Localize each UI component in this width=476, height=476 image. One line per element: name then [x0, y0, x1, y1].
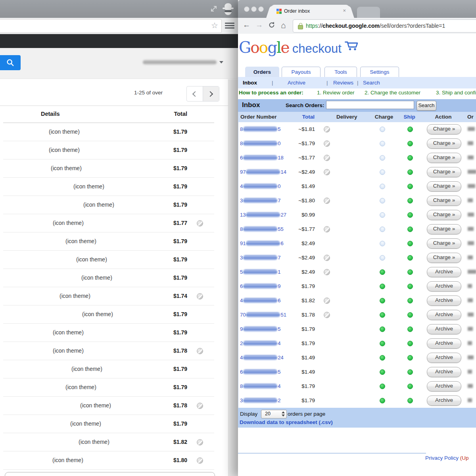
archive-button[interactable]: Archive — [427, 296, 461, 306]
charge-button[interactable]: Charge » — [427, 181, 461, 192]
nav-tab-tools[interactable]: Tools — [324, 67, 357, 77]
list-item[interactable]: (icon theme)$1.79 — [0, 123, 228, 141]
nav-tab-orders[interactable]: Orders — [245, 67, 279, 77]
archive-button[interactable]: Archive — [427, 281, 461, 292]
search-button[interactable] — [0, 55, 21, 70]
charge-button[interactable]: Charge » — [427, 210, 461, 220]
list-item[interactable]: (icon theme)$1.79 — [0, 196, 228, 214]
order-number-link[interactable]: 618 — [240, 155, 284, 161]
order-number-link[interactable]: 46 — [240, 298, 280, 303]
charge-button[interactable]: Charge » — [427, 153, 461, 163]
home-icon[interactable]: ⌂ — [281, 21, 286, 30]
window-close-button[interactable] — [244, 6, 250, 12]
subnav-item-reviews[interactable]: Reviews — [333, 80, 353, 86]
menu-icon[interactable] — [225, 23, 234, 30]
list-item[interactable]: (icon theme)$1.78 — [0, 342, 228, 360]
archive-button[interactable]: Archive — [427, 395, 461, 406]
list-item[interactable]: (icon theme)$1.79 — [0, 269, 228, 287]
charge-button[interactable]: Charge » — [427, 138, 461, 149]
order-number-link[interactable]: 40 — [240, 183, 280, 189]
account-name-redacted[interactable] — [143, 60, 217, 65]
charge-pending-icon — [380, 212, 385, 218]
order-number-link[interactable]: 424 — [240, 355, 284, 361]
next-page-button[interactable] — [203, 86, 219, 101]
download-csv-link[interactable]: Download data to spreadsheet (.csv) — [240, 419, 333, 425]
privacy-policy-link[interactable]: Privacy Policy — [425, 455, 459, 461]
nav-tab-settings[interactable]: Settings — [360, 67, 399, 77]
scrollbar-track[interactable] — [228, 79, 238, 476]
column-header-action: Action — [426, 114, 460, 120]
address-input[interactable]: https://checkout.google.com/sell/orders?… — [293, 19, 476, 33]
list-item[interactable]: (icon theme)$1.74 — [0, 287, 228, 305]
per-page-select[interactable]: 20 — [261, 410, 287, 418]
archive-button[interactable]: Archive — [427, 367, 461, 377]
archive-button[interactable]: Archive — [427, 353, 461, 363]
bookmark-star-icon[interactable]: ☆ — [211, 21, 218, 30]
order-number-link[interactable]: 32 — [240, 397, 280, 403]
order-number-link[interactable]: 855 — [240, 226, 284, 232]
archive-button[interactable]: Archive — [427, 381, 461, 392]
order-number-link[interactable]: 80 — [240, 140, 280, 146]
order-number-link[interactable]: 65 — [240, 369, 280, 375]
charge-button[interactable]: Charge » — [427, 238, 461, 249]
archive-button[interactable]: Archive — [427, 338, 461, 349]
search-orders-input[interactable] — [326, 101, 414, 109]
https-lock-icon[interactable] — [298, 25, 303, 29]
tab-close-icon[interactable]: × — [343, 8, 346, 13]
charge-button[interactable]: Charge » — [427, 167, 461, 177]
forward-icon[interactable]: → — [255, 21, 263, 29]
chevron-down-icon[interactable] — [219, 61, 223, 63]
order-number-link[interactable]: 1327 — [240, 212, 286, 218]
archive-button[interactable]: Archive — [427, 310, 461, 320]
list-item[interactable]: (icon theme)$1.79 — [0, 324, 228, 342]
charge-button[interactable]: Charge » — [427, 224, 461, 234]
list-item[interactable]: (icon theme)$1.79 — [0, 232, 228, 251]
order-number-link[interactable]: 37 — [240, 255, 280, 261]
list-item[interactable]: (icon theme)$1.82 — [0, 433, 228, 451]
list-item[interactable]: (icon theme)$1.79 — [0, 415, 228, 433]
new-tab-button[interactable] — [357, 7, 380, 18]
subnav-item-search[interactable]: Search — [363, 80, 380, 86]
list-item[interactable]: (icon theme)$1.79 — [0, 178, 228, 196]
archive-button[interactable]: Archive — [427, 267, 461, 277]
window-zoom-button[interactable] — [258, 6, 264, 12]
list-item[interactable]: (icon theme)$1.79 — [0, 251, 228, 269]
charge-button[interactable]: Charge » — [427, 124, 461, 134]
order-number-redacted — [243, 398, 277, 403]
list-item[interactable]: (icon theme)$1.77 — [0, 214, 228, 232]
order-number-link[interactable]: 24 — [240, 340, 280, 346]
order-number-link[interactable]: 916 — [240, 240, 284, 246]
order-number-link[interactable]: 85 — [240, 126, 280, 132]
list-item[interactable]: (icon theme)$1.79 — [0, 360, 228, 378]
order-number-suffix: 6 — [278, 298, 280, 303]
order-number-link[interactable]: 7051 — [240, 312, 286, 318]
list-item[interactable]: (icon theme)$1.79 — [0, 159, 228, 178]
tab-order-inbox[interactable]: Order inbox × — [271, 5, 349, 18]
address-input[interactable]: ☆ — [0, 19, 222, 33]
column-header-total[interactable]: Total — [286, 114, 315, 120]
order-number-link[interactable]: 84 — [240, 383, 280, 389]
subnav-item-inbox[interactable]: Inbox — [243, 80, 257, 86]
order-number-link[interactable]: 69 — [240, 283, 280, 289]
search-orders-button[interactable]: Search — [416, 101, 436, 111]
charge-button[interactable]: Charge » — [427, 253, 461, 263]
list-item[interactable]: (icon theme)$1.78 — [0, 397, 228, 415]
list-item[interactable]: (icon theme)$1.80 — [0, 451, 228, 470]
prev-page-button[interactable] — [187, 86, 203, 101]
list-item[interactable]: (icon theme)$1.79 — [0, 141, 228, 159]
list-item[interactable]: (icon theme)$1.79 — [0, 305, 228, 324]
archive-button[interactable]: Archive — [427, 324, 461, 334]
column-header-ship[interactable]: Ship — [400, 114, 419, 120]
list-item[interactable]: (icon theme)$1.79 — [0, 378, 228, 397]
tab-strip: Order inbox × — [238, 0, 476, 18]
order-number-link[interactable]: 9714 — [240, 169, 286, 175]
window-minimize-button[interactable] — [251, 6, 257, 12]
order-number-link[interactable]: 95 — [240, 326, 280, 332]
nav-tab-payouts[interactable]: Payouts — [282, 67, 321, 77]
subnav-item-archive[interactable]: Archive — [288, 80, 305, 86]
reload-icon[interactable] — [268, 21, 275, 31]
order-number-link[interactable]: 37 — [240, 198, 280, 203]
charge-button[interactable]: Charge » — [427, 196, 461, 206]
order-number-link[interactable]: 51 — [240, 269, 280, 275]
back-icon[interactable]: ← — [243, 21, 250, 29]
